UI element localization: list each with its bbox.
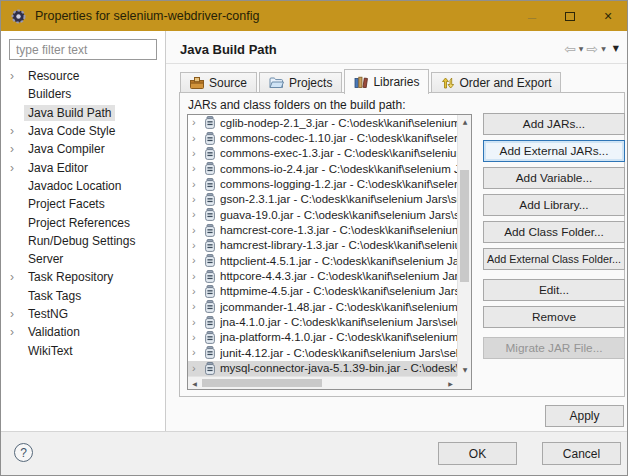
tab-order-and-export[interactable]: Order and Export bbox=[431, 72, 561, 93]
jar-list-item[interactable]: ›commons-exec-1.3.jar - C:\odesk\kanif\s… bbox=[188, 146, 457, 161]
vertical-scrollbar[interactable]: ▲ ▼ bbox=[457, 115, 471, 376]
sidebar-item-resource[interactable]: ›Resource bbox=[1, 67, 165, 85]
sidebar-item-java-editor[interactable]: ›Java Editor bbox=[1, 158, 165, 176]
back-history-caret-icon[interactable]: ▼ bbox=[579, 46, 584, 52]
scroll-right-icon[interactable]: ▶ bbox=[444, 377, 457, 390]
expand-chevron-icon[interactable]: › bbox=[192, 347, 204, 358]
jar-list-item[interactable]: ›jna-4.1.0.jar - C:\odesk\kanif\selenium… bbox=[188, 314, 457, 329]
sidebar-item-testng[interactable]: ›TestNG bbox=[1, 305, 165, 323]
scroll-left-icon[interactable]: ◀ bbox=[188, 377, 201, 390]
add-jars-button[interactable]: Add JARs... bbox=[483, 113, 625, 135]
add-external-class-folder-button[interactable]: Add External Class Folder... bbox=[483, 248, 625, 270]
forward-history-caret-icon[interactable]: ▼ bbox=[601, 46, 606, 52]
sidebar-item-task-tags[interactable]: Task Tags bbox=[1, 287, 165, 305]
expand-chevron-icon[interactable]: › bbox=[10, 70, 24, 82]
sidebar-item-run-debug-settings[interactable]: Run/Debug Settings bbox=[1, 232, 165, 250]
jar-label: commons-logging-1.2.jar - C:\odesk\kanif… bbox=[220, 178, 457, 190]
ok-button[interactable]: OK bbox=[438, 442, 517, 465]
expand-chevron-icon[interactable]: › bbox=[192, 271, 204, 282]
expand-chevron-icon[interactable]: › bbox=[192, 179, 204, 190]
jar-list-item[interactable]: ›httpcore-4.4.3.jar - C:\odesk\kanif\sel… bbox=[188, 268, 457, 283]
jar-list-item[interactable]: ›httpmime-4.5.jar - C:\odesk\kanif\selen… bbox=[188, 284, 457, 299]
jar-list-item[interactable]: ›hamcrest-core-1.3.jar - C:\odesk\kanif\… bbox=[188, 222, 457, 237]
jar-icon bbox=[204, 193, 216, 206]
jar-list-item[interactable]: ›commons-io-2.4.jar - C:\odesk\kanif\sel… bbox=[188, 161, 457, 176]
sidebar-item-task-repository[interactable]: ›Task Repository bbox=[1, 268, 165, 286]
forward-icon[interactable]: ⇨ bbox=[586, 42, 598, 56]
expand-chevron-icon[interactable]: › bbox=[10, 162, 24, 174]
minimize-button[interactable]: – bbox=[513, 1, 551, 31]
maximize-button[interactable] bbox=[551, 1, 589, 31]
jar-list-item[interactable]: ›jcommander-1.48.jar - C:\odesk\kanif\se… bbox=[188, 299, 457, 314]
sidebar-item-project-references[interactable]: Project References bbox=[1, 213, 165, 231]
tab-libraries[interactable]: Libraries bbox=[344, 69, 429, 94]
expand-chevron-icon[interactable]: › bbox=[192, 332, 204, 343]
package-icon bbox=[190, 77, 204, 89]
expand-chevron-icon[interactable]: › bbox=[192, 317, 204, 328]
scroll-up-icon[interactable]: ▲ bbox=[458, 115, 472, 128]
jar-list-item[interactable]: ›jna-platform-4.1.0.jar - C:\odesk\kanif… bbox=[188, 330, 457, 345]
vertical-scroll-thumb[interactable] bbox=[460, 170, 469, 282]
expand-chevron-icon[interactable]: › bbox=[192, 117, 204, 128]
jar-icon bbox=[204, 178, 216, 191]
add-external-jars-button[interactable]: Add External JARs... bbox=[483, 140, 625, 162]
sidebar-item-project-facets[interactable]: Project Facets bbox=[1, 195, 165, 213]
jar-label: httpmime-4.5.jar - C:\odesk\kanif\seleni… bbox=[220, 285, 457, 297]
view-menu-icon[interactable]: ▼ bbox=[613, 45, 619, 53]
sidebar-item-wikitext[interactable]: WikiText bbox=[1, 341, 165, 359]
expand-chevron-icon[interactable]: › bbox=[192, 209, 204, 220]
scroll-down-icon[interactable]: ▼ bbox=[458, 363, 472, 376]
add-variable-button[interactable]: Add Variable... bbox=[483, 167, 625, 189]
jar-list-item[interactable]: ›commons-logging-1.2.jar - C:\odesk\kani… bbox=[188, 176, 457, 191]
sidebar-item-server[interactable]: Server bbox=[1, 250, 165, 268]
help-icon[interactable]: ? bbox=[14, 443, 33, 462]
expand-chevron-icon[interactable]: › bbox=[192, 286, 204, 297]
expand-chevron-icon[interactable]: › bbox=[10, 326, 24, 338]
expand-chevron-icon[interactable]: › bbox=[192, 194, 204, 205]
sidebar-item-java-compiler[interactable]: ›Java Compiler bbox=[1, 140, 165, 158]
jar-label: commons-codec-1.10.jar - C:\odesk\kanif\… bbox=[220, 132, 457, 144]
sidebar-item-javadoc-location[interactable]: Javadoc Location bbox=[1, 177, 165, 195]
expand-chevron-icon[interactable]: › bbox=[192, 148, 204, 159]
horizontal-scrollbar[interactable]: ◀ ▶ bbox=[188, 376, 457, 389]
expand-chevron-icon[interactable]: › bbox=[10, 143, 24, 155]
apply-button[interactable]: Apply bbox=[545, 405, 624, 427]
jar-list-item[interactable]: ›junit-4.12.jar - C:\odesk\kanif\seleniu… bbox=[188, 345, 457, 360]
tab-projects[interactable]: Projects bbox=[259, 72, 342, 93]
remove-button[interactable]: Remove bbox=[483, 306, 625, 328]
expand-chevron-icon[interactable]: › bbox=[192, 240, 204, 251]
horizontal-scroll-thumb[interactable] bbox=[202, 379, 322, 387]
cancel-button[interactable]: Cancel bbox=[542, 442, 621, 465]
sidebar-item-java-build-path[interactable]: Java Build Path bbox=[1, 104, 165, 122]
expand-chevron-icon[interactable]: › bbox=[192, 225, 204, 236]
back-icon[interactable]: ⇦ bbox=[564, 42, 576, 56]
expand-chevron-icon[interactable]: › bbox=[10, 308, 24, 320]
expand-chevron-icon[interactable]: › bbox=[10, 271, 24, 283]
filter-input[interactable] bbox=[9, 39, 157, 60]
add-class-folder-button[interactable]: Add Class Folder... bbox=[483, 221, 625, 243]
expand-chevron-icon[interactable]: › bbox=[192, 133, 204, 144]
jar-list-item[interactable]: ›httpclient-4.5.1.jar - C:\odesk\kanif\s… bbox=[188, 253, 457, 268]
sidebar-item-builders[interactable]: Builders bbox=[1, 85, 165, 103]
jar-list-item[interactable]: ›guava-19.0.jar - C:\odesk\kanif\seleniu… bbox=[188, 207, 457, 222]
jar-list-item[interactable]: ›cglib-nodep-2.1_3.jar - C:\odesk\kanif\… bbox=[188, 115, 457, 130]
expand-chevron-icon[interactable]: › bbox=[192, 301, 204, 312]
sidebar-item-java-code-style[interactable]: ›Java Code Style bbox=[1, 122, 165, 140]
jar-list-item[interactable]: ›mysql-connector-java-5.1.39-bin.jar - C… bbox=[188, 361, 457, 376]
jar-list-item[interactable]: ›hamcrest-library-1.3.jar - C:\odesk\kan… bbox=[188, 238, 457, 253]
sidebar-item-validation[interactable]: ›Validation bbox=[1, 323, 165, 341]
expand-chevron-icon[interactable]: › bbox=[10, 125, 24, 137]
jar-label: guava-19.0.jar - C:\odesk\kanif\selenium… bbox=[220, 209, 457, 221]
jar-list-item[interactable]: ›gson-2.3.1.jar - C:\odesk\kanif\seleniu… bbox=[188, 192, 457, 207]
tab-source[interactable]: Source bbox=[180, 72, 257, 93]
sidebar-item-label: TestNG bbox=[24, 306, 72, 322]
sidebar-item-label: Task Repository bbox=[24, 269, 117, 285]
add-library-button[interactable]: Add Library... bbox=[483, 194, 625, 216]
list-label: JARs and class folders on the build path… bbox=[188, 98, 405, 112]
expand-chevron-icon[interactable]: › bbox=[192, 363, 204, 374]
close-button[interactable]: × bbox=[589, 1, 627, 31]
expand-chevron-icon[interactable]: › bbox=[192, 255, 204, 266]
jar-list-item[interactable]: ›commons-codec-1.10.jar - C:\odesk\kanif… bbox=[188, 130, 457, 145]
edit-button[interactable]: Edit... bbox=[483, 279, 625, 301]
expand-chevron-icon[interactable]: › bbox=[192, 163, 204, 174]
